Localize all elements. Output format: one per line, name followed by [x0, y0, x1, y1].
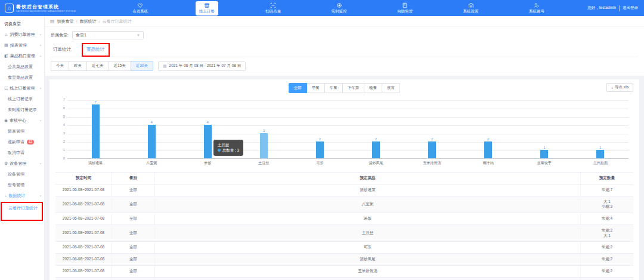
meal-type-button[interactable]: 午餐: [324, 83, 343, 93]
table-header-cell: 预定时间: [55, 173, 112, 184]
table-cell: 玉米排骨汤: [155, 266, 581, 277]
tab-dish-stats[interactable]: 菜品统计: [85, 45, 106, 57]
chart-bar-group[interactable]: 1: [572, 100, 628, 158]
meal-type-button[interactable]: 晚餐: [364, 83, 382, 93]
sidebar-item-label: 消费订单管理: [10, 32, 35, 38]
bar[interactable]: [596, 150, 604, 158]
bar[interactable]: [92, 104, 100, 158]
chart-bar-group[interactable]: 1: [516, 100, 572, 158]
chart-bar-group[interactable]: 2: [460, 100, 516, 158]
table-row[interactable]: 2021-06-08~2021-07-08全部八宝粥大:1 少糖:3: [55, 196, 633, 214]
date-quick-button[interactable]: 昨天: [69, 61, 87, 71]
nav-item[interactable]: 系统账号: [526, 2, 547, 15]
bar[interactable]: [428, 141, 436, 158]
table-cell: 全部: [112, 227, 155, 239]
bar-value-label: 1: [543, 146, 545, 149]
app-subtitle: CATERING BACKGROUND MANAGEMENT SYSTEM: [16, 10, 76, 13]
date-quick-button[interactable]: 近七天: [86, 61, 109, 71]
table-row[interactable]: 2021-06-08~2021-07-08全部清炒通菜常规:7: [55, 184, 633, 196]
logout-link[interactable]: 退出登录: [623, 5, 638, 11]
breadcrumb-item-current: 云餐厅订单统计: [102, 19, 131, 24]
nav-item[interactable]: 会员系统: [129, 2, 151, 15]
online-order-icon: ☷: [4, 86, 8, 91]
table-row[interactable]: 2021-06-08~2021-07-08全部可乐常规:2: [55, 242, 633, 254]
nav-item[interactable]: 系统设置: [460, 2, 482, 15]
bar-value-label: 2: [431, 137, 433, 141]
nav-item[interactable]: 自助售货: [394, 2, 416, 15]
sidebar-item[interactable]: ▤报表管理∨: [0, 40, 44, 51]
canteen-filter-label: 所属食堂:: [51, 32, 69, 38]
table-cell: 米饭: [155, 213, 581, 224]
x-axis-label: 兰州拉面: [572, 159, 628, 166]
date-range-picker[interactable]: ▦ 2021 年 06 月 08 日 - 2021 年 07 月 08 日: [158, 61, 246, 71]
bar[interactable]: [372, 141, 380, 158]
canteen-select[interactable]: 食堂1 ▼: [72, 31, 144, 39]
date-range-value: 2021 年 06 月 08 日 - 2021 年 07 月 08 日: [169, 63, 242, 69]
table-header-cell: 预定数量: [581, 173, 633, 184]
date-quick-button[interactable]: 近15天: [109, 61, 131, 71]
x-axis-label: 清炒通菜: [67, 159, 123, 166]
table-row[interactable]: 2021-06-08~2021-07-08全部椰汁鸡常规:2: [55, 278, 633, 280]
bar[interactable]: [260, 133, 268, 158]
sidebar-item[interactable]: ◉审核中心∨: [0, 115, 44, 126]
sidebar-item[interactable]: 云餐厅订单统计: [4, 204, 41, 213]
sidebar-item[interactable]: ♨消费订单管理∨: [0, 29, 44, 40]
sidebar-item[interactable]: 取消申请: [0, 147, 44, 158]
bar[interactable]: [540, 150, 548, 158]
sidebar-item[interactable]: ⚙设备管理∨: [0, 158, 44, 169]
sidebar-item[interactable]: 退款申请12: [0, 137, 44, 147]
export-button[interactable]: ↓ 导出.xls: [606, 83, 633, 92]
table-row[interactable]: 2021-06-08~2021-07-08全部米饭常规:4: [55, 213, 633, 225]
meal-type-button[interactable]: 夜宵: [382, 83, 400, 93]
chart-bar-group[interactable]: 2: [292, 100, 348, 158]
table-row[interactable]: 2021-06-08~2021-07-08全部清炒凤尾常规:2: [55, 254, 633, 266]
sidebar-item-label: 退款申请: [8, 139, 24, 145]
sidebar-item[interactable]: 留言管理: [0, 126, 44, 137]
meal-type-button[interactable]: 早餐: [306, 83, 325, 93]
sidebar-item[interactable]: 公共菜品设置: [0, 61, 44, 72]
sidebar-item[interactable]: 食堂菜品设置: [0, 72, 44, 83]
breadcrumb-item[interactable]: 数据统计: [80, 19, 97, 24]
breadcrumb-item[interactable]: 切换食堂: [57, 19, 74, 24]
chart-bar-group[interactable]: 4: [179, 100, 236, 158]
bar[interactable]: [484, 141, 492, 158]
sidebar-item[interactable]: 切换食堂: [0, 19, 44, 29]
meal-type-button[interactable]: 全部: [289, 83, 307, 93]
table-cell: 全部: [112, 242, 155, 253]
sidebar-item[interactable]: 线上订餐记录: [0, 94, 44, 104]
nav-item[interactable]: 线上订餐: [196, 1, 218, 16]
kiosk-icon: [402, 2, 408, 8]
chart-bar-group[interactable]: 2: [404, 100, 460, 158]
nav-item[interactable]: 扫码点单: [262, 2, 284, 15]
sidebar-item[interactable]: 设备管理: [0, 169, 44, 180]
chart-bar-group[interactable]: 3: [236, 100, 292, 158]
bar[interactable]: [204, 125, 212, 158]
bar[interactable]: [316, 141, 324, 158]
date-quick-button[interactable]: 今天: [51, 61, 69, 71]
table-header-cell: 预定菜品: [155, 173, 581, 184]
table-row[interactable]: 2021-06-08~2021-07-08全部土豆丝常规:2 大:1: [55, 225, 633, 242]
device-icon: ⚙: [4, 161, 8, 166]
tab-order-stats[interactable]: 订单统计: [52, 45, 72, 57]
chart-bar-group[interactable]: 7: [67, 100, 123, 158]
sidebar-item[interactable]: 型号管理: [0, 180, 44, 190]
date-quick-buttons: 今天昨天近七天近15天近30天: [51, 61, 153, 71]
stat-tabs: 订单统计 菜品统计: [51, 45, 638, 57]
sidebar-item[interactable]: 未到期订餐记录: [0, 104, 44, 115]
table-cell: 常规:2: [581, 254, 633, 265]
filter-section: 所属食堂: 食堂1 ▼ 订单统计 菜品统计 今天昨天近七天近15天近30天 ▦ …: [45, 27, 644, 76]
date-quick-button[interactable]: 近30天: [131, 61, 153, 71]
sidebar-item-label: 报表管理: [10, 42, 27, 48]
table-row[interactable]: 2021-06-08~2021-07-08全部玉米排骨汤常规:2: [55, 266, 633, 278]
bar[interactable]: [148, 125, 156, 158]
meal-type-button[interactable]: 下午茶: [342, 83, 365, 93]
chart-bar-group[interactable]: 4: [123, 100, 179, 158]
sidebar-item[interactable]: ◔数据统计∨: [0, 190, 44, 201]
logo-icon: ⌂: [5, 4, 14, 13]
y-axis-tick: 7: [63, 98, 67, 101]
table-cell: 大:1 少糖:3: [581, 196, 633, 213]
nav-item[interactable]: 实时监控: [329, 2, 350, 15]
chart-bar-group[interactable]: 2: [348, 100, 404, 158]
sidebar-item[interactable]: ◧菜品档口管理∨: [0, 51, 44, 61]
sidebar-item[interactable]: ☷线上订餐管理∨: [0, 83, 44, 94]
